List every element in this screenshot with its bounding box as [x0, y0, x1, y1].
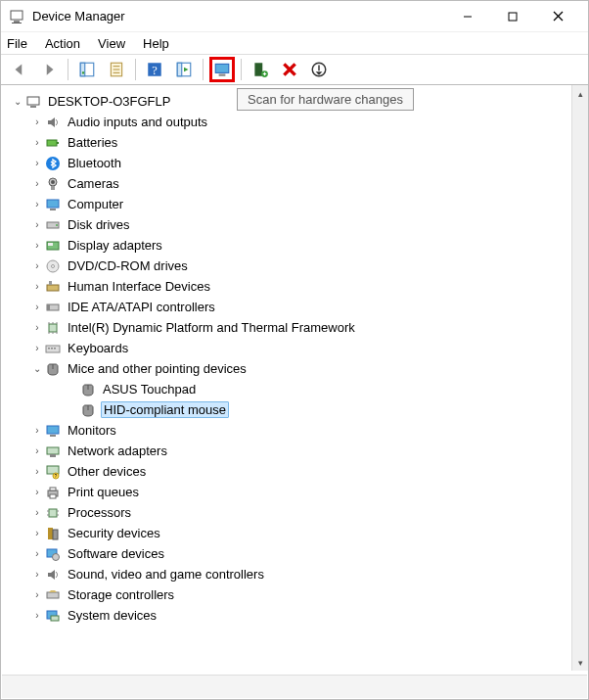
tree-item-monitors[interactable]: › Monitors	[9, 420, 569, 441]
svg-rect-41	[47, 285, 59, 291]
vertical-scrollbar[interactable]: ▴ ▾	[571, 85, 588, 671]
tree-item-hid-mouse[interactable]: · HID-compliant mouse	[9, 399, 569, 420]
caret-collapsed-icon[interactable]: ›	[30, 260, 44, 271]
caret-collapsed-icon[interactable]: ›	[30, 158, 44, 168]
tree-item-hid[interactable]: › Human Interface Devices	[9, 276, 569, 297]
caret-collapsed-icon[interactable]: ›	[30, 569, 44, 580]
menu-help[interactable]: Help	[143, 36, 169, 51]
svg-rect-8	[80, 63, 85, 76]
menubar: File Action View Help	[1, 32, 588, 54]
svg-rect-17	[177, 63, 182, 76]
tree-item-software[interactable]: › Software devices	[9, 543, 569, 564]
action-button[interactable]	[171, 57, 197, 82]
display-adapter-icon	[44, 238, 62, 254]
monitor-icon	[44, 423, 62, 439]
svg-point-36	[56, 224, 58, 226]
scan-hardware-changes-button[interactable]	[209, 57, 235, 82]
tree-item-ide[interactable]: › IDE ATA/ATAPI controllers	[9, 297, 569, 317]
show-hide-console-tree-button[interactable]	[74, 57, 100, 82]
caret-collapsed-icon[interactable]: ›	[30, 302, 44, 312]
other-devices-icon: ?	[44, 464, 62, 480]
dvd-icon	[44, 258, 62, 274]
caret-collapsed-icon[interactable]: ›	[30, 219, 44, 230]
caret-collapsed-icon[interactable]: ›	[30, 178, 44, 189]
caret-collapsed-icon[interactable]: ›	[30, 610, 44, 621]
app-icon	[9, 9, 24, 24]
forward-button[interactable]	[36, 57, 62, 82]
tree-item-processors[interactable]: › Processors	[9, 502, 569, 523]
tree-item-security[interactable]: › Security devices	[9, 523, 569, 543]
tree-item-dvd[interactable]: › DVD/CD-ROM drives	[9, 256, 569, 276]
svg-rect-18	[215, 64, 229, 72]
tree-item-print[interactable]: › Print queues	[9, 482, 569, 502]
properties-button[interactable]	[104, 57, 129, 82]
tree-item-intel[interactable]: › Intel(R) Dynamic Platform and Thermal …	[9, 317, 569, 338]
mouse-icon	[79, 382, 97, 397]
caret-collapsed-icon[interactable]: ›	[30, 466, 44, 477]
titlebar: Device Manager	[1, 1, 588, 32]
disable-device-button[interactable]	[306, 57, 332, 82]
tree-item-mice[interactable]: ⌄ Mice and other pointing devices	[9, 358, 569, 379]
security-icon	[44, 526, 62, 541]
caret-collapsed-icon[interactable]: ›	[30, 425, 44, 436]
svg-rect-2	[12, 23, 22, 23]
svg-rect-78	[47, 592, 59, 598]
tree-item-display[interactable]: › Display adapters	[9, 235, 569, 256]
device-tree: ⌄ DESKTOP-O3FGFLP › Audio inputs and out…	[1, 85, 571, 671]
caret-expanded-icon[interactable]: ⌄	[30, 363, 44, 374]
menu-view[interactable]: View	[98, 36, 125, 51]
svg-rect-0	[11, 11, 23, 20]
tree-item-bluetooth[interactable]: › Bluetooth	[9, 153, 569, 173]
caret-collapsed-icon[interactable]: ›	[30, 528, 44, 538]
maximize-button[interactable]	[490, 2, 535, 31]
caret-collapsed-icon[interactable]: ›	[30, 199, 44, 210]
tree-item-network[interactable]: › Network adapters	[9, 441, 569, 461]
ide-icon	[44, 300, 62, 315]
tree-item-other[interactable]: › ? Other devices	[9, 461, 569, 482]
back-button[interactable]	[7, 57, 32, 82]
menu-file[interactable]: File	[7, 36, 27, 51]
scroll-down-button[interactable]: ▾	[572, 654, 589, 671]
svg-rect-26	[30, 106, 36, 108]
tree-item-disk[interactable]: › Disk drives	[9, 214, 569, 235]
svg-rect-45	[49, 324, 57, 332]
caret-collapsed-icon[interactable]: ›	[30, 507, 44, 518]
tree-item-audio[interactable]: › Audio inputs and outputs	[9, 112, 569, 132]
svg-rect-27	[47, 140, 57, 146]
tree-item-batteries[interactable]: › Batteries	[9, 132, 569, 153]
tree-item-keyboards[interactable]: › Keyboards	[9, 338, 569, 358]
tree-item-cameras[interactable]: › Cameras	[9, 173, 569, 194]
caret-collapsed-icon[interactable]: ›	[30, 548, 44, 559]
scroll-up-button[interactable]: ▴	[572, 85, 589, 102]
caret-collapsed-icon[interactable]: ›	[30, 240, 44, 251]
svg-point-40	[52, 264, 55, 267]
caret-collapsed-icon[interactable]: ›	[30, 445, 44, 456]
caret-expanded-icon[interactable]: ⌄	[11, 96, 24, 107]
close-button[interactable]	[535, 2, 580, 31]
tree-item-storage[interactable]: › Storage controllers	[9, 584, 569, 605]
svg-point-31	[51, 180, 55, 184]
svg-point-77	[53, 553, 60, 560]
tooltip: Scan for hardware changes	[237, 88, 414, 111]
caret-collapsed-icon[interactable]: ›	[30, 322, 44, 333]
caret-collapsed-icon[interactable]: ›	[30, 281, 44, 292]
minimize-button[interactable]	[445, 2, 490, 31]
caret-collapsed-icon[interactable]: ›	[30, 137, 44, 148]
tree-item-system[interactable]: › System devices	[9, 605, 569, 626]
tree-item-sound[interactable]: › Sound, video and game controllers	[9, 564, 569, 584]
svg-rect-54	[51, 348, 53, 350]
bluetooth-icon	[44, 156, 62, 171]
caret-collapsed-icon[interactable]: ›	[30, 589, 44, 600]
caret-collapsed-icon[interactable]: ›	[30, 117, 44, 127]
caret-collapsed-icon[interactable]: ›	[30, 487, 44, 497]
battery-icon	[44, 135, 62, 151]
help-button[interactable]: ?	[142, 57, 167, 82]
tree-item-asus-touchpad[interactable]: · ASUS Touchpad	[9, 379, 569, 399]
caret-collapsed-icon[interactable]: ›	[30, 343, 44, 353]
svg-rect-20	[254, 63, 262, 76]
uninstall-device-button[interactable]	[277, 57, 302, 82]
menu-action[interactable]: Action	[45, 36, 80, 51]
tree-item-computer[interactable]: › Computer	[9, 194, 569, 214]
svg-rect-42	[49, 281, 52, 285]
add-legacy-hardware-button[interactable]	[248, 57, 273, 82]
